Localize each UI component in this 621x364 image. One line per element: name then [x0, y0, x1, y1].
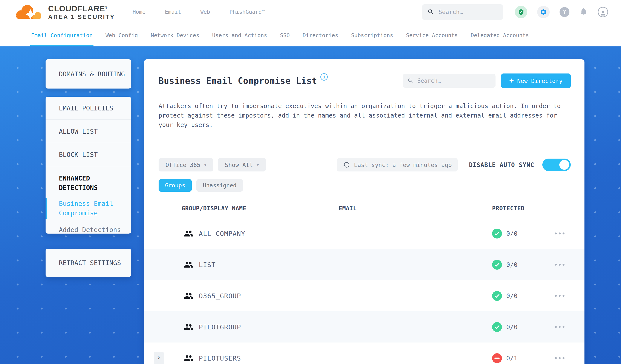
list-search[interactable] — [403, 74, 496, 88]
group-icon — [184, 322, 194, 332]
group-icon — [184, 353, 194, 363]
sidebar-item-retract-settings[interactable]: RETRACT SETTINGS — [46, 249, 131, 277]
sidebar: DOMAINS & ROUTING EMAIL POLICIES ALLOW L… — [46, 59, 131, 277]
expand-chevron-button[interactable]: › — [154, 352, 164, 364]
protected-check-icon — [492, 260, 502, 270]
group-name: PILOTUSERS — [199, 354, 339, 362]
nav-web[interactable]: Web — [201, 9, 210, 15]
chevron-down-icon: ▾ — [257, 162, 259, 167]
tab-sso[interactable]: SSO — [280, 24, 290, 46]
column-header-protected: PROTECTED — [492, 205, 524, 212]
disable-auto-sync-label: DISABLE AUTO SYNC — [469, 161, 534, 169]
search-icon — [407, 78, 414, 84]
tab-subscriptions[interactable]: Subscriptions — [351, 24, 393, 46]
tab-web-config[interactable]: Web Config — [105, 24, 138, 46]
tab-directories[interactable]: Directories — [303, 24, 338, 46]
global-search-input[interactable] — [439, 9, 494, 15]
table-row[interactable]: › LIST 0/0 — [144, 249, 585, 280]
new-directory-button[interactable]: + New Directory — [501, 73, 571, 88]
row-actions-menu[interactable] — [554, 232, 585, 234]
protected-count: 0/0 — [506, 261, 518, 268]
content-area: DOMAINS & ROUTING EMAIL POLICIES ALLOW L… — [0, 46, 621, 364]
unprotected-minus-icon — [492, 353, 502, 363]
sidebar-item-domains-routing[interactable]: DOMAINS & ROUTING — [46, 59, 131, 88]
sidebar-item-business-email-compromise[interactable]: Business Email Compromise — [46, 199, 131, 218]
protected-count: 0/0 — [506, 292, 518, 299]
sidebar-item-block-list[interactable]: BLOCK LIST — [46, 143, 131, 166]
groups-tab[interactable]: Groups — [159, 179, 192, 192]
user-account-icon[interactable] — [598, 7, 608, 17]
cloudflare-logo[interactable]: CLOUDFLARE® AREA 1 SECURITY — [12, 3, 115, 21]
group-icon — [184, 260, 194, 270]
plus-icon: + — [509, 76, 514, 85]
protected-count: 0/1 — [506, 355, 518, 362]
groups-table: GROUP/DISPLAY NAME EMAIL PROTECTED › ALL… — [144, 205, 585, 364]
notifications-bell-icon[interactable] — [579, 7, 588, 17]
row-actions-menu[interactable] — [554, 264, 585, 266]
tab-delegated-accounts[interactable]: Delegated Accounts — [471, 24, 529, 46]
group-name: PILOTGROUP — [199, 323, 339, 331]
unassigned-tab[interactable]: Unassigned — [196, 179, 243, 192]
group-icon — [184, 229, 194, 239]
sidebar-item-added-detections[interactable]: Added Detections — [59, 226, 131, 234]
auto-sync-toggle[interactable] — [542, 158, 571, 171]
list-search-input[interactable] — [417, 78, 482, 84]
protected-count: 0/0 — [506, 323, 518, 331]
group-name: ALL COMPANY — [199, 230, 339, 237]
sidebar-item-email-policies[interactable]: EMAIL POLICIES — [46, 97, 131, 120]
group-name: LIST — [199, 261, 339, 269]
section-tabs: Email Configuration Web Config Network D… — [0, 24, 621, 46]
show-filter-select[interactable]: Show All ▾ — [218, 158, 266, 172]
table-row[interactable]: › O365_GROUP 0/0 — [144, 280, 585, 311]
search-icon — [427, 9, 434, 16]
global-search[interactable] — [422, 4, 503, 20]
info-icon[interactable]: i — [320, 73, 328, 81]
directory-select[interactable]: Office 365 ▾ — [159, 158, 213, 172]
page-title: Business Email Compromise List — [159, 76, 317, 86]
security-status-icon[interactable] — [515, 6, 527, 18]
top-header: CLOUDFLARE® AREA 1 SECURITY Home Email W… — [0, 0, 621, 24]
help-icon[interactable]: ? — [560, 7, 569, 17]
protected-check-icon — [492, 322, 502, 332]
page-description: Attackers often try to impersonate execu… — [159, 102, 567, 130]
primary-nav: Home Email Web PhishGuard™ — [133, 9, 265, 15]
nav-phishguard[interactable]: PhishGuard™ — [229, 9, 265, 15]
column-header-group-display-name: GROUP/DISPLAY NAME — [182, 205, 246, 212]
tab-network-devices[interactable]: Network Devices — [151, 24, 199, 46]
cloudflare-cloud-icon — [12, 3, 44, 21]
settings-gear-icon[interactable] — [537, 6, 550, 18]
protected-count: 0/0 — [506, 230, 518, 237]
row-actions-menu[interactable] — [554, 357, 585, 359]
table-row[interactable]: › PILOTUSERS 0/1 — [144, 343, 585, 364]
nav-email[interactable]: Email — [165, 9, 181, 15]
sidebar-item-allow-list[interactable]: ALLOW LIST — [46, 120, 131, 143]
logo-subbrand-text: AREA 1 SECURITY — [48, 13, 115, 21]
row-actions-menu[interactable] — [554, 295, 585, 297]
tab-service-accounts[interactable]: Service Accounts — [406, 24, 458, 46]
row-actions-menu[interactable] — [554, 326, 585, 328]
last-sync-button[interactable]: Last sync: a few minutes ago — [337, 158, 458, 172]
table-row[interactable]: › PILOTGROUP 0/0 — [144, 311, 585, 343]
last-sync-text: Last sync: a few minutes ago — [354, 162, 452, 168]
table-row[interactable]: › ALL COMPANY 0/0 — [144, 218, 585, 249]
main-panel: Business Email Compromise List i + New D… — [144, 59, 585, 364]
chevron-down-icon: ▾ — [204, 162, 207, 167]
toggle-knob — [559, 160, 569, 170]
tab-users-and-actions[interactable]: Users and Actions — [212, 24, 267, 46]
column-header-email: EMAIL — [339, 205, 357, 212]
group-name: O365_GROUP — [199, 292, 339, 300]
protected-check-icon — [492, 229, 502, 239]
group-icon — [184, 291, 194, 301]
nav-home[interactable]: Home — [133, 9, 145, 15]
tab-email-configuration[interactable]: Email Configuration — [31, 24, 93, 46]
sync-restore-icon — [343, 161, 350, 169]
logo-brand-text: CLOUDFLARE® — [48, 3, 115, 13]
sidebar-item-enhanced-detections[interactable]: ENHANCED DETECTIONS — [46, 166, 131, 192]
divider — [159, 140, 571, 140]
sidebar-policies-card: EMAIL POLICIES ALLOW LIST BLOCK LIST ENH… — [46, 97, 131, 234]
protected-check-icon — [492, 291, 502, 301]
